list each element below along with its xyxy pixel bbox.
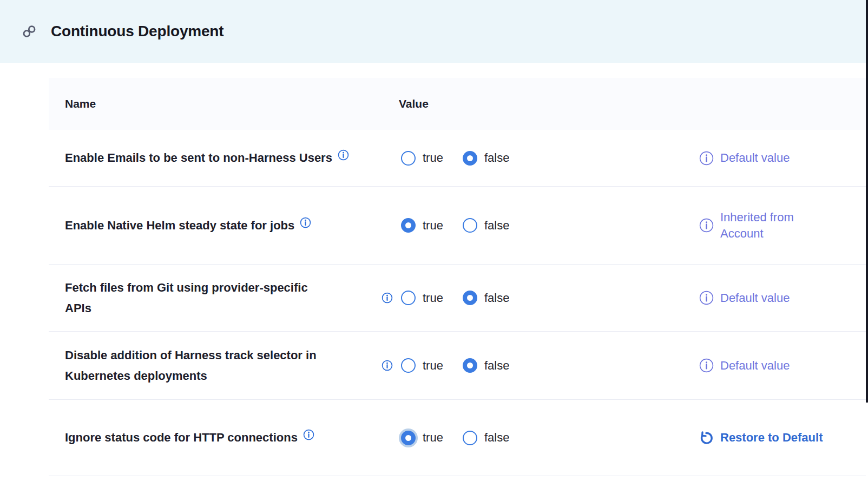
page-title: Continuous Deployment: [51, 23, 223, 40]
setting-name: Enable Emails to be sent to non-Harness …: [49, 137, 382, 179]
settings-row: Fetch files from Git using provider-spec…: [49, 265, 866, 332]
setting-value-cell: true false: [382, 291, 676, 305]
window-edge: [866, 0, 868, 403]
radio-true[interactable]: [401, 218, 416, 233]
radio-true[interactable]: [401, 151, 416, 166]
settings-table: Name Value Enable Emails to be sent to n…: [49, 78, 866, 476]
status-label-line: Default value: [720, 358, 790, 374]
setting-info-icon[interactable]: [382, 292, 393, 304]
status-info-icon[interactable]: [699, 218, 714, 233]
setting-info-icon[interactable]: [382, 360, 393, 371]
setting-name: Ignore status code for HTTP connections: [49, 417, 382, 459]
radio-group: true false: [401, 218, 509, 233]
setting-info-icon[interactable]: [300, 217, 311, 228]
status-text[interactable]: Restore to Default: [720, 430, 823, 446]
setting-name-line: Fetch files from Git using provider-spec…: [65, 278, 372, 298]
cd-module-icon: [22, 24, 37, 39]
status-text: Default value: [720, 290, 790, 306]
settings-row: Enable Emails to be sent to non-Harness …: [49, 130, 866, 187]
status-cell: Default value: [676, 358, 866, 374]
setting-name-line: Enable Native Helm steady state for jobs: [65, 215, 372, 236]
setting-name-line: Ignore status code for HTTP connections: [65, 427, 372, 448]
value-info-slot: [382, 292, 401, 304]
radio-false-label[interactable]: false: [484, 219, 509, 233]
radio-false-label[interactable]: false: [484, 291, 509, 305]
status-cell: Default value: [676, 150, 866, 166]
radio-true-label[interactable]: true: [423, 219, 443, 233]
status-text: Default value: [720, 358, 790, 374]
setting-value-cell: true false: [382, 431, 676, 445]
restore-icon[interactable]: [699, 431, 714, 445]
radio-false-label[interactable]: false: [484, 359, 509, 373]
status-label-line: Account: [720, 226, 794, 242]
table-header-row: Name Value: [49, 78, 866, 130]
column-header-name: Name: [49, 97, 382, 110]
radio-false[interactable]: [463, 358, 477, 373]
radio-false[interactable]: [463, 151, 477, 166]
status-text: Inherited fromAccount: [720, 209, 794, 242]
status-info-icon[interactable]: [699, 291, 714, 305]
radio-false-label[interactable]: false: [484, 431, 509, 445]
radio-true-label[interactable]: true: [423, 151, 443, 165]
status-info-icon[interactable]: [699, 358, 714, 373]
radio-true-label[interactable]: true: [423, 291, 443, 305]
radio-true[interactable]: [401, 431, 416, 445]
status-label-line: Default value: [720, 290, 790, 306]
setting-name: Enable Native Helm steady state for jobs: [49, 205, 382, 247]
setting-name-line: Kubernetes deployments: [65, 366, 372, 386]
status-label-line: Default value: [720, 150, 790, 166]
radio-false-label[interactable]: false: [484, 151, 509, 165]
radio-group: true false: [401, 431, 509, 445]
status-info-icon[interactable]: [699, 151, 714, 166]
radio-false[interactable]: [463, 431, 477, 445]
status-cell: Default value: [676, 290, 866, 306]
radio-false[interactable]: [463, 218, 477, 233]
status-cell: Inherited fromAccount: [676, 209, 866, 242]
radio-true-label[interactable]: true: [423, 431, 443, 445]
settings-rows: Enable Emails to be sent to non-Harness …: [49, 130, 866, 476]
section-banner: Continuous Deployment: [0, 0, 868, 63]
setting-value-cell: true false: [382, 358, 676, 373]
radio-group: true false: [401, 291, 509, 305]
setting-name-line: Disable addition of Harness track select…: [65, 345, 372, 366]
settings-row: Enable Native Helm steady state for jobs…: [49, 187, 866, 265]
value-info-slot: [382, 360, 401, 371]
radio-true-label[interactable]: true: [423, 359, 443, 373]
settings-row: Disable addition of Harness track select…: [49, 332, 866, 400]
radio-true[interactable]: [401, 291, 416, 305]
status-label-line: Inherited from: [720, 209, 794, 226]
setting-info-icon[interactable]: [338, 149, 349, 161]
status-label-line[interactable]: Restore to Default: [720, 430, 823, 446]
setting-value-cell: true false: [382, 218, 676, 233]
setting-name-line: Enable Emails to be sent to non-Harness …: [65, 148, 372, 168]
radio-false[interactable]: [463, 291, 477, 305]
radio-group: true false: [401, 151, 509, 166]
setting-name: Fetch files from Git using provider-spec…: [49, 267, 382, 329]
setting-info-icon[interactable]: [303, 429, 314, 440]
setting-name: Disable addition of Harness track select…: [49, 334, 382, 397]
column-header-value: Value: [382, 97, 676, 110]
setting-name-line: APIs: [65, 298, 372, 319]
radio-group: true false: [401, 358, 509, 373]
restore-to-default-button[interactable]: Restore to Default: [676, 430, 866, 446]
settings-row: Ignore status code for HTTP connections …: [49, 400, 866, 476]
radio-true[interactable]: [401, 358, 416, 373]
status-text: Default value: [720, 150, 790, 166]
setting-value-cell: true false: [382, 151, 676, 166]
